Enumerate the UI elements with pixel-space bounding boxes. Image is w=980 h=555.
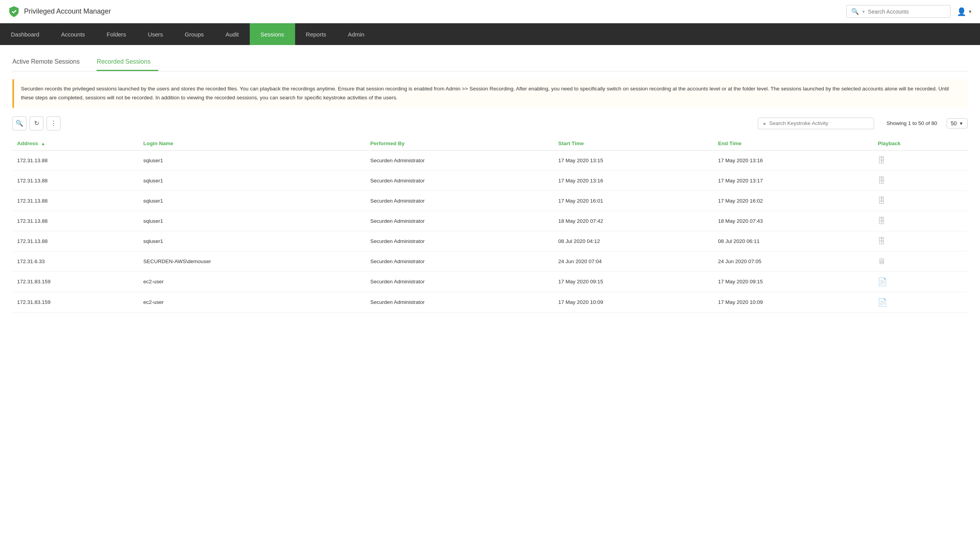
- col-header-performed-by[interactable]: Performed By: [366, 137, 554, 151]
- table-row: 172.31.6.33SECURDEN-AWS\demouserSecurden…: [12, 251, 968, 271]
- cell-login-name: sqluser1: [139, 170, 366, 191]
- cell-playback: 🗄: [873, 150, 968, 170]
- col-end-time-label: End Time: [718, 140, 741, 146]
- playback-button[interactable]: 🗄: [878, 176, 885, 185]
- search-dropdown-icon[interactable]: ▼: [861, 9, 866, 14]
- playback-button[interactable]: 🗄: [878, 237, 885, 245]
- search-icon: 🔍: [16, 120, 23, 127]
- nav-item-reports[interactable]: Reports: [295, 23, 337, 45]
- top-right-area: 🔍 ▼ 👤 ▼: [846, 5, 972, 18]
- search-accounts-input[interactable]: [868, 9, 945, 15]
- playback-button[interactable]: 📄: [878, 278, 887, 286]
- cell-performed-by: Securden Administrator: [366, 292, 554, 312]
- col-header-start-time[interactable]: Start Time: [554, 137, 714, 151]
- col-start-time-label: Start Time: [558, 140, 584, 146]
- playback-button[interactable]: 🗄: [878, 156, 885, 165]
- cell-start-time: 08 Jul 2020 04:12: [554, 231, 714, 251]
- cell-playback: 📄: [873, 271, 968, 292]
- nav-item-folders[interactable]: Folders: [96, 23, 137, 45]
- cell-start-time: 17 May 2020 10:09: [554, 292, 714, 312]
- keystroke-search-area[interactable]: ●: [758, 118, 874, 129]
- showing-label: Showing 1 to 50 of 80: [887, 120, 937, 126]
- cell-login-name: sqluser1: [139, 231, 366, 251]
- sort-arrow-address: ▲: [41, 141, 45, 146]
- col-header-address[interactable]: Address ▲: [12, 137, 139, 151]
- main-content: Active Remote Sessions Recorded Sessions…: [0, 45, 980, 322]
- cell-address: 172.31.13.88: [12, 231, 139, 251]
- cell-address: 172.31.13.88: [12, 170, 139, 191]
- col-header-login-name[interactable]: Login Name: [139, 137, 366, 151]
- tabs-container: Active Remote Sessions Recorded Sessions: [12, 54, 968, 71]
- cell-address: 172.31.6.33: [12, 251, 139, 271]
- columns-icon: ⋮: [50, 120, 57, 127]
- cell-playback: 🗄: [873, 191, 968, 211]
- cell-address: 172.31.83.159: [12, 292, 139, 312]
- keystroke-search-spinner: ●: [763, 120, 766, 127]
- user-icon: 👤: [957, 7, 966, 16]
- per-page-select[interactable]: 50 ▼: [947, 118, 968, 128]
- nav-item-sessions[interactable]: Sessions: [250, 23, 295, 45]
- table-row: 172.31.13.88sqluser1Securden Administrat…: [12, 191, 968, 211]
- cell-playback: 🗄: [873, 170, 968, 191]
- cell-performed-by: Securden Administrator: [366, 211, 554, 231]
- playback-button[interactable]: 🗄: [878, 217, 885, 225]
- col-address-label: Address: [17, 140, 38, 146]
- top-bar: Privileged Account Manager 🔍 ▼ 👤 ▼: [0, 0, 980, 23]
- playback-button[interactable]: 🖥: [878, 257, 885, 265]
- app-title: Privileged Account Manager: [24, 7, 111, 16]
- sessions-table: Address ▲ Login Name Performed By Start …: [12, 137, 968, 313]
- cell-end-time: 17 May 2020 13:16: [713, 150, 873, 170]
- playback-button[interactable]: 📄: [878, 298, 887, 307]
- cell-performed-by: Securden Administrator: [366, 191, 554, 211]
- keystroke-search-input[interactable]: [769, 120, 854, 126]
- cell-login-name: ec2-user: [139, 292, 366, 312]
- nav-item-users[interactable]: Users: [137, 23, 174, 45]
- table-row: 172.31.13.88sqluser1Securden Administrat…: [12, 231, 968, 251]
- cell-start-time: 17 May 2020 13:16: [554, 170, 714, 191]
- cell-address: 172.31.13.88: [12, 191, 139, 211]
- cell-performed-by: Securden Administrator: [366, 271, 554, 292]
- cell-performed-by: Securden Administrator: [366, 231, 554, 251]
- cell-performed-by: Securden Administrator: [366, 251, 554, 271]
- tab-recorded-sessions[interactable]: Recorded Sessions: [97, 54, 158, 71]
- cell-end-time: 24 Jun 2020 07:05: [713, 251, 873, 271]
- info-box: Securden records the privileged sessions…: [12, 79, 968, 108]
- cell-performed-by: Securden Administrator: [366, 150, 554, 170]
- cell-login-name: ec2-user: [139, 271, 366, 292]
- nav-item-dashboard[interactable]: Dashboard: [0, 23, 50, 45]
- col-header-end-time[interactable]: End Time: [713, 137, 873, 151]
- cell-end-time: 17 May 2020 09:15: [713, 271, 873, 292]
- cell-start-time: 17 May 2020 13:15: [554, 150, 714, 170]
- cell-end-time: 17 May 2020 10:09: [713, 292, 873, 312]
- user-menu-button[interactable]: 👤 ▼: [957, 7, 972, 16]
- playback-button[interactable]: 🗄: [878, 196, 885, 205]
- columns-button[interactable]: ⋮: [47, 116, 60, 130]
- per-page-dropdown-icon: ▼: [959, 121, 963, 126]
- table-body: 172.31.13.88sqluser1Securden Administrat…: [12, 150, 968, 312]
- table-row: 172.31.13.88sqluser1Securden Administrat…: [12, 170, 968, 191]
- cell-start-time: 17 May 2020 16:01: [554, 191, 714, 211]
- toolbar: 🔍 ↻ ⋮ ● Showing 1 to 50 of 80 50 ▼: [12, 116, 968, 130]
- cell-address: 172.31.83.159: [12, 271, 139, 292]
- logo-area: Privileged Account Manager: [8, 5, 111, 18]
- nav-item-groups[interactable]: Groups: [174, 23, 214, 45]
- nav-item-audit[interactable]: Audit: [215, 23, 250, 45]
- table-row: 172.31.83.159ec2-userSecurden Administra…: [12, 271, 968, 292]
- info-box-text: Securden records the privileged sessions…: [21, 86, 949, 101]
- cell-login-name: SECURDEN-AWS\demouser: [139, 251, 366, 271]
- search-accounts-area[interactable]: 🔍 ▼: [846, 5, 951, 18]
- cell-login-name: sqluser1: [139, 191, 366, 211]
- tab-active-remote-sessions[interactable]: Active Remote Sessions: [12, 54, 87, 71]
- cell-end-time: 17 May 2020 13:17: [713, 170, 873, 191]
- cell-end-time: 18 May 2020 07:43: [713, 211, 873, 231]
- nav-item-accounts[interactable]: Accounts: [50, 23, 96, 45]
- refresh-button[interactable]: ↻: [29, 116, 43, 130]
- cell-playback: 🗄: [873, 231, 968, 251]
- search-accounts-icon: 🔍: [851, 8, 859, 15]
- table-row: 172.31.13.88sqluser1Securden Administrat…: [12, 211, 968, 231]
- nav-bar: Dashboard Accounts Folders Users Groups …: [0, 23, 980, 45]
- cell-address: 172.31.13.88: [12, 211, 139, 231]
- nav-item-admin[interactable]: Admin: [337, 23, 375, 45]
- cell-playback: 🖥: [873, 251, 968, 271]
- search-button[interactable]: 🔍: [12, 116, 26, 130]
